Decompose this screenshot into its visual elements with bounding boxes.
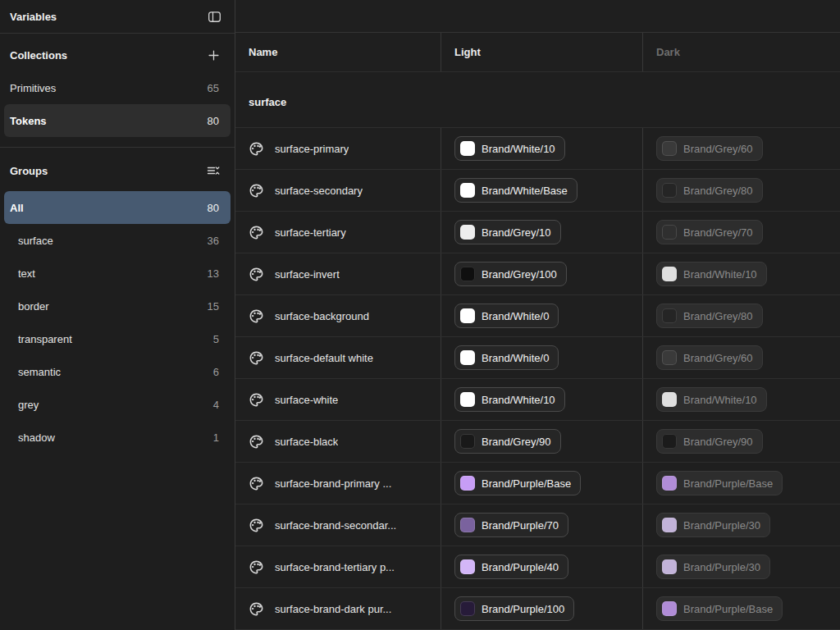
dark-value-chip[interactable]: Brand/Grey/70 <box>656 220 763 244</box>
color-swatch <box>460 476 475 491</box>
groups-list: All80surface36text13border15transparent5… <box>0 191 235 454</box>
dark-value-chip[interactable]: Brand/Grey/80 <box>656 304 763 328</box>
collapse-groups-icon[interactable] <box>203 161 223 180</box>
sidebar-item-grey[interactable]: grey4 <box>4 388 231 421</box>
table-row[interactable]: surface-brand-dark pur...Brand/Purple/10… <box>235 588 840 630</box>
group-section-header[interactable]: surface <box>235 72 840 128</box>
dark-value-chip[interactable]: Brand/Purple/Base <box>656 596 783 621</box>
table-row[interactable]: surface-blackBrand/Grey/90Brand/Grey/90 <box>235 421 840 463</box>
sidebar-item-all[interactable]: All80 <box>4 191 231 224</box>
alias-label: Brand/Purple/30 <box>683 561 760 573</box>
dark-cell: Brand/Purple/30 <box>642 546 840 587</box>
sidebar-item-label: Tokens <box>10 115 47 127</box>
groups-label: Groups <box>10 165 48 177</box>
variable-name[interactable]: surface-tertiary <box>275 226 346 239</box>
sidebar-item-primitives[interactable]: Primitives65 <box>4 71 231 104</box>
dark-value-chip[interactable]: Brand/Grey/90 <box>656 429 763 454</box>
sidebar-item-text[interactable]: text13 <box>4 257 231 290</box>
dark-value-chip[interactable]: Brand/Purple/Base <box>656 471 783 495</box>
variable-name[interactable]: surface-brand-tertiary p... <box>275 561 395 573</box>
sidebar-header: Variables <box>0 0 235 34</box>
light-value-chip[interactable]: Brand/Purple/70 <box>454 513 568 537</box>
variable-name[interactable]: surface-white <box>275 394 338 406</box>
variable-name[interactable]: surface-brand-secondar... <box>275 519 396 532</box>
light-cell: Brand/Purple/Base <box>441 463 642 504</box>
variable-name[interactable]: surface-brand-dark pur... <box>275 603 391 615</box>
table-row[interactable]: surface-primaryBrand/White/10Brand/Grey/… <box>235 128 840 170</box>
dark-value-chip[interactable]: Brand/Grey/60 <box>656 136 763 161</box>
light-value-chip[interactable]: Brand/White/0 <box>454 345 559 370</box>
table-row[interactable]: surface-default whiteBrand/White/0Brand/… <box>235 337 840 379</box>
color-swatch <box>460 225 475 240</box>
dark-value-chip[interactable]: Brand/White/10 <box>656 262 767 286</box>
column-header-dark[interactable]: Dark <box>642 33 840 71</box>
table-header-row: Name Light Dark <box>235 33 840 72</box>
variable-name[interactable]: surface-default white <box>275 352 373 364</box>
variable-name[interactable]: surface-brand-primary ... <box>275 477 391 490</box>
light-cell: Brand/White/0 <box>441 295 642 336</box>
table-row[interactable]: surface-brand-tertiary p...Brand/Purple/… <box>235 546 840 588</box>
sidebar-item-tokens[interactable]: Tokens80 <box>4 104 231 137</box>
dark-value-chip[interactable]: Brand/Grey/60 <box>656 345 763 370</box>
collections-list: Primitives65Tokens80 <box>0 71 235 137</box>
table-row[interactable]: surface-invertBrand/Grey/100Brand/White/… <box>235 253 840 295</box>
sidebar-item-border[interactable]: border15 <box>4 290 231 322</box>
light-value-chip[interactable]: Brand/Purple/40 <box>454 555 568 579</box>
variable-name[interactable]: surface-primary <box>275 143 349 155</box>
sidebar-item-shadow[interactable]: shadow1 <box>4 421 231 454</box>
table-toolbar-area <box>235 0 840 33</box>
sidebar-item-count: 4 <box>213 399 219 411</box>
sidebar-item-transparent[interactable]: transparent5 <box>4 322 231 355</box>
color-swatch <box>662 601 677 616</box>
table-row[interactable]: surface-whiteBrand/White/10Brand/White/1… <box>235 379 840 421</box>
light-value-chip[interactable]: Brand/Grey/90 <box>454 429 561 454</box>
dark-cell: Brand/Grey/60 <box>642 128 840 169</box>
color-swatch <box>662 434 677 449</box>
sidebar-item-count: 6 <box>213 366 219 378</box>
light-cell: Brand/Grey/10 <box>441 212 642 253</box>
light-value-chip[interactable]: Brand/Grey/100 <box>454 262 567 286</box>
sidebar-item-count: 1 <box>213 431 219 444</box>
light-value-chip[interactable]: Brand/White/10 <box>454 387 565 412</box>
dark-value-chip[interactable]: Brand/White/10 <box>656 387 767 412</box>
dark-cell: Brand/Grey/60 <box>642 337 840 378</box>
palette-icon <box>249 225 264 240</box>
light-value-chip[interactable]: Brand/Purple/100 <box>454 596 574 621</box>
variable-name[interactable]: surface-background <box>275 310 369 322</box>
palette-icon <box>249 518 264 533</box>
variable-name[interactable]: surface-invert <box>275 268 340 281</box>
variable-name[interactable]: surface-secondary <box>275 185 363 197</box>
dark-cell: Brand/Grey/80 <box>642 170 840 211</box>
dark-value-chip[interactable]: Brand/Purple/30 <box>656 513 770 537</box>
collections-header: Collections <box>4 39 231 71</box>
color-swatch <box>662 183 677 198</box>
variable-name[interactable]: surface-black <box>275 436 338 448</box>
table-row[interactable]: surface-secondaryBrand/White/BaseBrand/G… <box>235 170 840 212</box>
table-row[interactable]: surface-tertiaryBrand/Grey/10Brand/Grey/… <box>235 212 840 253</box>
panel-toggle-icon[interactable] <box>204 7 224 26</box>
dark-value-chip[interactable]: Brand/Purple/30 <box>656 555 770 579</box>
light-cell: Brand/White/0 <box>441 337 642 378</box>
light-cell: Brand/Grey/100 <box>441 253 642 294</box>
table-row[interactable]: surface-brand-secondar...Brand/Purple/70… <box>235 504 840 546</box>
light-value-chip[interactable]: Brand/Grey/10 <box>454 220 561 244</box>
column-header-light[interactable]: Light <box>441 33 642 71</box>
name-cell: surface-tertiary <box>235 212 441 253</box>
alias-label: Brand/Purple/100 <box>482 603 564 615</box>
table-row[interactable]: surface-brand-primary ...Brand/Purple/Ba… <box>235 463 840 504</box>
dark-value-chip[interactable]: Brand/Grey/80 <box>656 178 763 203</box>
light-value-chip[interactable]: Brand/White/10 <box>454 136 565 161</box>
alias-label: Brand/White/10 <box>683 394 757 406</box>
light-value-chip[interactable]: Brand/White/Base <box>454 178 578 203</box>
sidebar-item-semantic[interactable]: semantic6 <box>4 355 231 388</box>
alias-label: Brand/White/10 <box>482 394 555 406</box>
sidebar-item-surface[interactable]: surface36 <box>4 224 231 257</box>
light-value-chip[interactable]: Brand/Purple/Base <box>454 471 581 495</box>
light-cell: Brand/Grey/90 <box>441 421 642 462</box>
table-row[interactable]: surface-backgroundBrand/White/0Brand/Gre… <box>235 295 840 337</box>
plus-icon[interactable] <box>203 45 223 65</box>
alias-label: Brand/White/Base <box>482 185 568 197</box>
groups-header: Groups <box>4 154 231 187</box>
light-cell: Brand/Purple/40 <box>441 546 642 587</box>
light-value-chip[interactable]: Brand/White/0 <box>454 304 559 328</box>
